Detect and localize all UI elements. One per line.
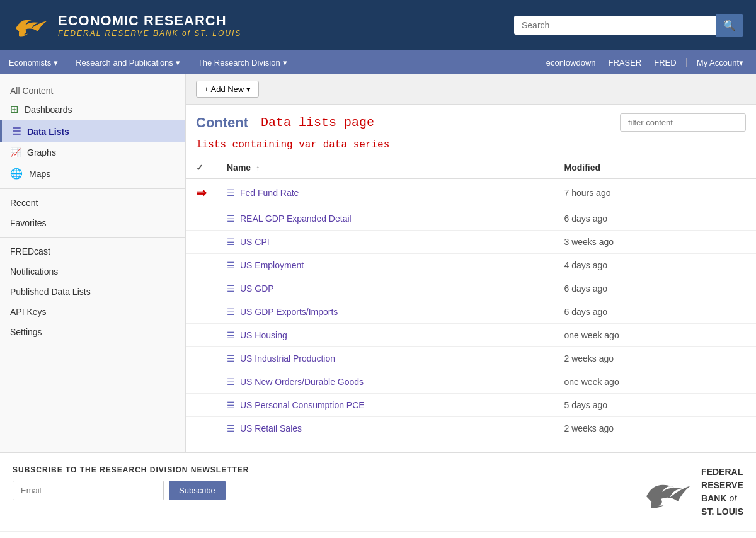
sidebar-link-fredcast[interactable]: FREDcast <box>0 241 185 261</box>
check-col-header: ✓ <box>186 157 217 179</box>
row-name-cell[interactable]: ☰REAL GDP Expanded Detail <box>217 207 554 231</box>
row-modified-cell: one week ago <box>554 370 756 394</box>
row-name-cell[interactable]: ☰US GDP Exports/Imports <box>217 300 554 324</box>
footer-bottom: RESEARCH DIVISION <box>0 531 756 538</box>
search-box: 🔍 <box>514 14 743 37</box>
all-content-label: All Content <box>0 81 185 98</box>
sidebar-item-data-lists[interactable]: ☰ Data Lists <box>0 120 185 142</box>
nav-divider: | <box>683 57 690 68</box>
row-modified-cell: 3 weeks ago <box>554 231 756 254</box>
table-row: ☰US Personal Consumption PCE5 days ago <box>186 394 756 417</box>
row-modified-cell: 2 weeks ago <box>554 347 756 370</box>
row-check-cell <box>186 207 217 231</box>
row-check-cell <box>186 417 217 440</box>
sort-icon: ↑ <box>256 164 260 173</box>
nav-my-account[interactable]: My Account ▾ <box>690 50 750 74</box>
search-input[interactable] <box>514 16 716 35</box>
list-item-icon: ☰ <box>227 307 235 317</box>
footer-logo-section: FEDERAL RESERVE BANK of ST. LOUIS <box>643 466 743 518</box>
nav-econlowdown[interactable]: econlowdown <box>540 50 602 74</box>
subscribe-button[interactable]: Subscribe <box>169 481 226 500</box>
table-row: ☰US GDP Exports/Imports6 days ago <box>186 300 756 324</box>
dashboard-icon: ⊞ <box>10 103 18 115</box>
row-modified-cell: one week ago <box>554 324 756 347</box>
nav-fraser[interactable]: FRASER <box>602 50 648 74</box>
row-check-cell <box>186 277 217 300</box>
newsletter-form: Subscribe <box>13 481 643 500</box>
list-item-icon: ☰ <box>227 214 235 224</box>
row-name-cell[interactable]: ☰US Housing <box>217 324 554 347</box>
list-item-icon: ☰ <box>227 377 235 387</box>
row-modified-cell: 6 days ago <box>554 300 756 324</box>
list-item-icon: ☰ <box>227 400 235 410</box>
map-icon: 🌐 <box>10 168 23 180</box>
sidebar-item-maps[interactable]: 🌐 Maps <box>0 163 185 185</box>
row-name-cell[interactable]: ☰US CPI <box>217 231 554 254</box>
row-highlight-arrow: ⇒ <box>196 185 207 200</box>
sidebar-item-label: Maps <box>29 169 50 179</box>
row-check-cell <box>186 347 217 370</box>
sidebar-item-graphs[interactable]: 📈 Graphs <box>0 142 185 163</box>
row-name-cell[interactable]: ☰US New Orders/Durable Goods <box>217 370 554 394</box>
sidebar-item-label: Graphs <box>27 147 56 157</box>
sidebar-item-label: Dashboards <box>25 105 72 115</box>
sidebar-link-settings[interactable]: Settings <box>0 322 185 342</box>
search-button[interactable]: 🔍 <box>716 14 743 37</box>
email-input[interactable] <box>13 481 164 500</box>
sidebar-link-notifications[interactable]: Notifications <box>0 261 185 282</box>
main-title: ECONOMIC RESEARCH <box>58 13 241 29</box>
row-modified-cell: 6 days ago <box>554 207 756 231</box>
main-navbar: Economists ▾ Research and Publications ▾… <box>0 50 756 74</box>
table-row: ⇒☰Fed Fund Rate7 hours ago <box>186 178 756 207</box>
list-subtitle: lists containing var data series <box>186 137 756 157</box>
list-item-icon: ☰ <box>227 237 235 247</box>
sidebar-divider <box>0 188 185 189</box>
row-check-cell <box>186 300 217 324</box>
list-item-icon: ☰ <box>227 188 235 198</box>
nav-economists[interactable]: Economists ▾ <box>0 50 67 74</box>
row-name-cell[interactable]: ☰US Employment <box>217 254 554 277</box>
nav-fred[interactable]: FRED <box>648 50 682 74</box>
row-check-cell <box>186 370 217 394</box>
row-name-cell[interactable]: ☰US GDP <box>217 277 554 300</box>
page-footer: SUBSCRIBE TO THE RESEARCH DIVISION NEWSL… <box>0 452 756 538</box>
row-name-cell[interactable]: ☰US Retail Sales <box>217 417 554 440</box>
graph-icon: 📈 <box>10 147 21 157</box>
table-row: ☰US GDP6 days ago <box>186 277 756 300</box>
modified-col-header: Modified <box>554 157 756 179</box>
sidebar-item-dashboards[interactable]: ⊞ Dashboards <box>0 98 185 120</box>
content-area: + Add New ▾ Content Data lists page list… <box>186 74 756 452</box>
table-row: ☰US Retail Sales2 weeks ago <box>186 417 756 440</box>
sidebar-link-api-keys[interactable]: API Keys <box>0 302 185 322</box>
sidebar: All Content ⊞ Dashboards ☰ Data Lists 📈 … <box>0 74 186 452</box>
row-check-cell <box>186 324 217 347</box>
nav-research-division[interactable]: The Research Division ▾ <box>189 50 296 74</box>
row-name-cell[interactable]: ☰US Personal Consumption PCE <box>217 394 554 417</box>
sidebar-link-recent[interactable]: Recent <box>0 193 185 213</box>
navbar-right: econlowdown FRASER FRED | My Account ▾ <box>540 50 756 74</box>
row-name-cell[interactable]: ☰Fed Fund Rate <box>217 178 554 207</box>
list-item-icon: ☰ <box>227 283 235 294</box>
row-modified-cell: 4 days ago <box>554 254 756 277</box>
row-check-cell: ⇒ <box>186 178 217 207</box>
row-modified-cell: 2 weeks ago <box>554 417 756 440</box>
newsletter-section: SUBSCRIBE TO THE RESEARCH DIVISION NEWSL… <box>13 466 643 500</box>
list-item-icon: ☰ <box>227 353 235 363</box>
sidebar-link-favorites[interactable]: Favorites <box>0 213 185 233</box>
row-name-cell[interactable]: ☰US Industrial Production <box>217 347 554 370</box>
list-item-icon: ☰ <box>227 260 235 270</box>
nav-research-publications[interactable]: Research and Publications ▾ <box>67 50 189 74</box>
name-col-header[interactable]: Name ↑ <box>217 157 554 179</box>
logo-bird-icon <box>13 9 50 41</box>
content-header: Content Data lists page <box>186 105 756 137</box>
main-layout: All Content ⊞ Dashboards ☰ Data Lists 📈 … <box>0 74 756 452</box>
logo-area: ECONOMIC RESEARCH FEDERAL RESERVE BANK o… <box>13 9 241 41</box>
footer-bank-name: FEDERAL RESERVE BANK of ST. LOUIS <box>701 466 743 518</box>
chevron-down-icon: ▾ <box>283 58 287 67</box>
sub-title: FEDERAL RESERVE BANK of ST. LOUIS <box>58 29 241 38</box>
add-new-button[interactable]: + Add New ▾ <box>196 81 259 98</box>
filter-input[interactable] <box>620 113 746 132</box>
sidebar-link-published-data-lists[interactable]: Published Data Lists <box>0 282 185 302</box>
sidebar-divider-2 <box>0 237 185 238</box>
content-title: Content <box>196 115 248 131</box>
